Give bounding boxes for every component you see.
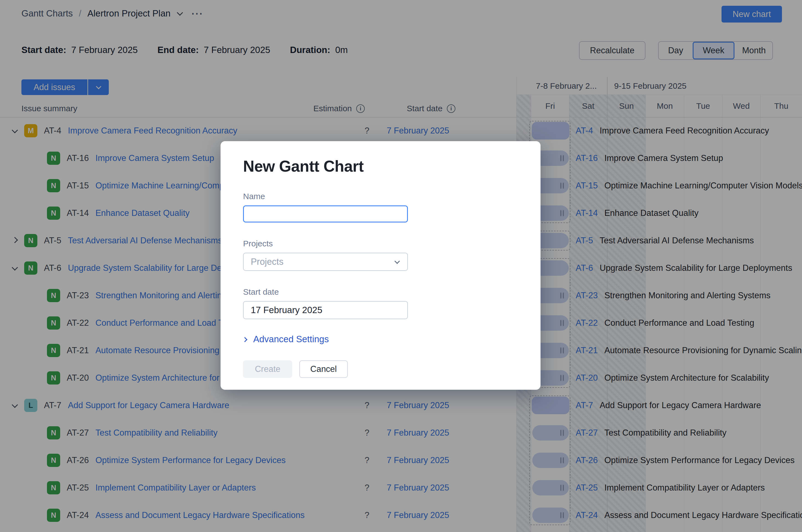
projects-placeholder: Projects — [251, 256, 283, 267]
advanced-settings-label: Advanced Settings — [253, 334, 329, 344]
projects-select[interactable]: Projects — [243, 253, 408, 271]
advanced-settings-toggle[interactable]: Advanced Settings — [243, 334, 519, 344]
new-gantt-chart-modal: New Gantt Chart Name Projects Projects S… — [221, 141, 540, 390]
modal-buttons: Create Cancel — [243, 360, 519, 378]
name-label: Name — [243, 192, 519, 201]
create-button[interactable]: Create — [243, 360, 292, 378]
start-date-value: 17 February 2025 — [251, 305, 322, 315]
start-date-input[interactable]: 17 February 2025 — [243, 301, 408, 319]
projects-label: Projects — [243, 239, 519, 248]
cancel-button[interactable]: Cancel — [299, 360, 348, 378]
modal-title: New Gantt Chart — [243, 157, 519, 175]
chevron-down-icon — [395, 259, 400, 264]
chevron-right-icon — [242, 337, 247, 342]
name-input[interactable] — [243, 206, 408, 223]
start-date-label: Start date — [243, 287, 519, 297]
